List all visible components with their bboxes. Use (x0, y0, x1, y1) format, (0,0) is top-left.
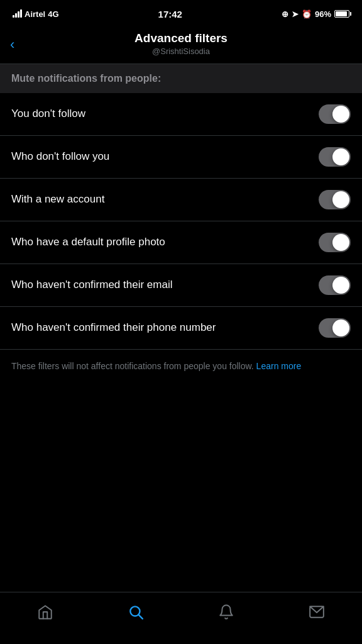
page-header: ‹ Advanced filters @SrishtiSisodia (0, 25, 362, 64)
toggle-slider-new-account (319, 190, 351, 209)
toggle-row-new-account: With a new account (0, 179, 362, 221)
battery-percent: 96% (315, 9, 331, 19)
header-subtitle: @SrishtiSisodia (152, 47, 210, 56)
toggle-row-no-confirmed-phone: Who haven't confirmed their phone number (0, 307, 362, 350)
back-button[interactable]: ‹ (10, 36, 14, 53)
carrier-label: Airtel (25, 9, 45, 19)
toggle-label-who-dont-follow-you: Who don't follow you (11, 150, 319, 164)
footer-note: These filters will not affect notificati… (0, 350, 362, 383)
search-icon (128, 604, 144, 620)
location-icon: ➤ (292, 9, 299, 19)
toggle-row-who-dont-follow-you: Who don't follow you (0, 136, 362, 179)
bell-icon (218, 604, 234, 620)
toggle-slider-who-dont-follow-you (319, 147, 351, 167)
nav-item-search[interactable] (122, 598, 150, 626)
footer-note-text: These filters will not affect notificati… (11, 361, 254, 371)
status-time: 17:42 (158, 9, 182, 19)
toggle-switch-who-dont-follow-you[interactable] (319, 147, 351, 167)
signal-bars (13, 10, 22, 18)
toggle-label-no-confirmed-phone: Who haven't confirmed their phone number (11, 321, 319, 335)
svg-line-1 (139, 615, 143, 619)
toggle-row-no-confirmed-email: Who haven't confirmed their email (0, 264, 362, 307)
nav-item-notifications[interactable] (212, 598, 240, 626)
toggle-switch-no-confirmed-phone[interactable] (319, 318, 351, 338)
status-bar: Airtel 4G 17:42 ⊕ ➤ ⏰ 96% (0, 0, 362, 25)
toggle-slider-no-confirmed-email (319, 275, 351, 295)
toggle-label-no-confirmed-email: Who haven't confirmed their email (11, 278, 319, 292)
toggle-rows-container: You don't follow Who don't follow you Wi… (0, 93, 362, 350)
bottom-navigation (0, 592, 362, 644)
toggle-label-you-dont-follow: You don't follow (11, 107, 319, 121)
compass-icon: ⊕ (282, 9, 288, 19)
network-type: 4G (48, 9, 58, 19)
toggle-slider-default-profile-photo (319, 233, 351, 252)
home-icon (37, 604, 53, 620)
toggle-label-default-profile-photo: Who have a default profile photo (11, 235, 319, 249)
nav-item-messages[interactable] (303, 598, 331, 626)
mail-icon (309, 604, 325, 620)
toggle-switch-default-profile-photo[interactable] (319, 233, 351, 252)
toggle-switch-no-confirmed-email[interactable] (319, 275, 351, 295)
alarm-icon: ⏰ (302, 9, 312, 19)
status-left: Airtel 4G (13, 9, 59, 19)
nav-item-home[interactable] (31, 598, 59, 626)
toggle-switch-you-dont-follow[interactable] (319, 104, 351, 124)
battery-indicator (334, 10, 349, 18)
status-right: ⊕ ➤ ⏰ 96% (282, 9, 349, 19)
toggle-switch-new-account[interactable] (319, 190, 351, 209)
toggle-slider-no-confirmed-phone (319, 318, 351, 338)
toggle-row-default-profile-photo: Who have a default profile photo (0, 221, 362, 264)
page-title: Advanced filters (134, 31, 228, 45)
toggle-row-you-dont-follow: You don't follow (0, 93, 362, 136)
learn-more-link[interactable]: Learn more (256, 361, 302, 371)
toggle-label-new-account: With a new account (11, 192, 319, 206)
section-header: Mute notifications from people: (0, 64, 362, 93)
toggle-slider-you-dont-follow (319, 104, 351, 124)
